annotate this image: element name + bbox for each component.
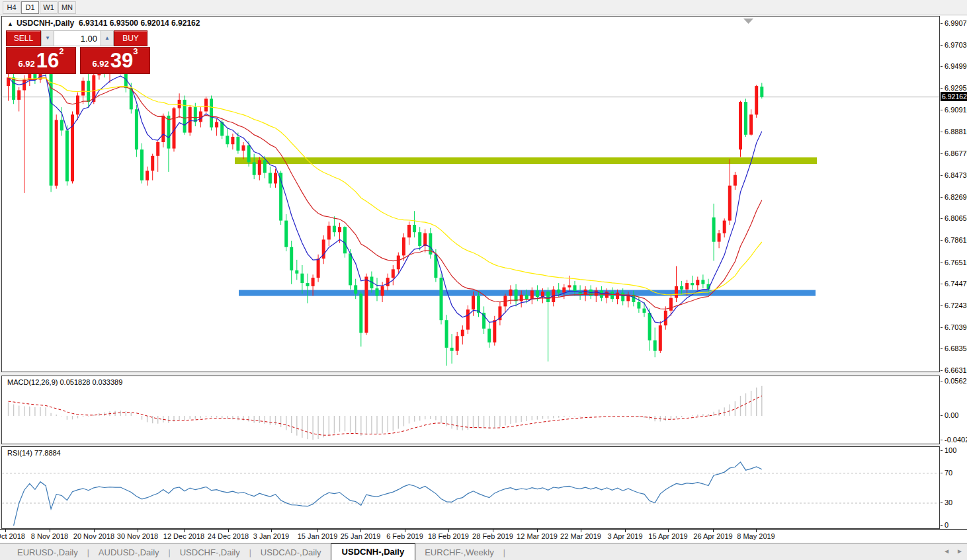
candles <box>7 54 763 366</box>
price-axis-label: 6.66310 <box>945 366 967 374</box>
tab-scroll-left-icon[interactable]: ◄ <box>943 547 950 555</box>
one-click-trade-panel: SELL ▼ ▲ BUY 6.92162 6.92393 <box>6 30 151 74</box>
volume-decrease-button[interactable]: ▼ <box>41 30 54 46</box>
price-axis-label: 6.80650 <box>945 214 967 222</box>
macd-axis-label: -0.040218 <box>945 436 967 444</box>
macd-axis-tick <box>941 381 943 381</box>
rsi-indicator-panel[interactable]: RSI(14) 77.8884 <box>1 446 940 529</box>
price-axis-label: 6.72430 <box>945 301 967 309</box>
price-axis[interactable]: 6.990706.970306.949906.929506.909106.888… <box>941 16 967 529</box>
buy-price-big: 39 <box>110 51 133 71</box>
price-axis-label: 6.90910 <box>945 106 967 114</box>
timeframe-button-h4[interactable]: H4 <box>3 1 21 14</box>
price-axis-tick <box>941 240 943 241</box>
rsi-axis-tick <box>941 502 943 503</box>
price-axis-label: 6.94990 <box>945 62 967 70</box>
macd-values: 0.051828 0.033389 <box>60 378 122 386</box>
price-axis-tick <box>941 197 943 198</box>
buy-price-superscript: 3 <box>133 40 138 63</box>
price-axis-label: 6.74470 <box>945 280 967 288</box>
time-axis-label: 8 May 2019 <box>730 532 782 540</box>
rsi-axis-tick <box>941 450 943 451</box>
timeframe-button-d1[interactable]: D1 <box>21 1 39 14</box>
price-axis-tick <box>941 262 943 263</box>
sell-price-superscript: 2 <box>59 40 63 63</box>
price-axis-label: 6.68350 <box>945 344 967 352</box>
price-axis-label: 6.82690 <box>945 193 967 201</box>
price-axis-tick <box>941 88 943 89</box>
moving-average-medium <box>9 77 762 309</box>
rsi-axis-label: 100 <box>945 446 956 454</box>
moving-average-fast <box>9 75 762 323</box>
chart-title: ▲USDCNH-,Daily 6.93141 6.93500 6.92014 6… <box>7 19 200 28</box>
macd-signal-line <box>9 396 762 435</box>
macd-histogram <box>9 386 762 440</box>
chart-tab-audusd[interactable]: AUDUSD-,Daily <box>89 545 169 560</box>
price-axis-label: 6.84730 <box>945 171 967 179</box>
price-axis-label: 6.78610 <box>945 236 967 244</box>
rsi-axis-label: 30 <box>945 499 952 506</box>
price-axis-label: 6.99070 <box>945 19 967 27</box>
current-price-tag: 6.92162 <box>941 92 967 101</box>
tab-scroll-right-icon[interactable]: ► <box>956 547 963 555</box>
price-axis-label: 6.70390 <box>945 323 967 331</box>
price-axis-tick <box>941 348 943 349</box>
sell-button[interactable]: SELL <box>6 30 41 46</box>
chart-tab-eurchf[interactable]: EURCHF-,Weekly <box>415 545 503 560</box>
price-axis-label: 6.76510 <box>945 259 967 266</box>
chart-tab-usdchf[interactable]: USDCHF-,Daily <box>171 545 249 560</box>
autoscroll-marker-icon[interactable] <box>743 19 753 24</box>
rsi-value: 77.8884 <box>34 449 61 457</box>
buy-price-quote[interactable]: 6.92393 <box>80 47 150 74</box>
chart-tab-usdcnh[interactable]: USDCNH-,Daily <box>331 543 416 560</box>
main-chart-panel[interactable]: ▲USDCNH-,Daily 6.93141 6.93500 6.92014 6… <box>1 16 940 372</box>
sell-price-big: 16 <box>36 51 59 71</box>
rsi-chart[interactable] <box>2 447 939 528</box>
chart-tab-bar: EURUSD-,Daily|AUDUSD-,Daily|USDCHF-,Dail… <box>0 543 967 560</box>
macd-axis-tick <box>941 440 943 440</box>
time-axis-label: 3 Jan 2019 <box>245 532 298 540</box>
moving-average-slow <box>9 77 762 295</box>
price-axis-tick <box>941 175 943 176</box>
price-axis-tick <box>941 284 943 284</box>
price-axis-label: 6.97030 <box>945 41 967 49</box>
price-axis-label: 6.86770 <box>945 149 967 157</box>
chart-tab-usdcad[interactable]: USDCAD-,Daily <box>251 545 331 560</box>
price-axis-tick <box>941 23 943 24</box>
sell-price-quote[interactable]: 6.92162 <box>6 47 76 74</box>
rsi-axis-tick <box>941 473 943 473</box>
application-window: H4D1W1MN ▲USDCNH-,Daily 6.93141 6.93500 … <box>0 0 967 560</box>
price-axis-tick <box>941 45 943 46</box>
price-axis-tick <box>941 153 943 154</box>
timeframe-toolbar: H4D1W1MN <box>0 0 967 15</box>
price-axis-label: 6.88810 <box>945 128 967 136</box>
timeframe-button-w1[interactable]: W1 <box>40 1 58 14</box>
time-axis-label: 30 Nov 2018 <box>111 532 164 540</box>
price-axis-tick <box>941 327 943 328</box>
rsi-axis-label: 70 <box>945 469 952 477</box>
chart-tab-eurusd[interactable]: EURUSD-,Daily <box>8 545 87 560</box>
macd-chart[interactable] <box>2 376 939 444</box>
buy-button[interactable]: BUY <box>114 30 147 46</box>
rsi-axis-label: 0 <box>945 521 948 529</box>
price-axis-tick <box>941 218 943 219</box>
price-axis-tick <box>941 132 943 132</box>
rsi-axis-tick <box>941 525 943 526</box>
price-axis-tick <box>941 305 943 306</box>
price-axis-tick <box>941 66 943 67</box>
collapse-triangle-icon[interactable]: ▲ <box>7 20 13 27</box>
macd-axis-label: 0.00 <box>945 411 958 419</box>
price-axis-label: 6.92950 <box>945 84 967 92</box>
chart-symbol-period: USDCNH-,Daily <box>17 19 74 28</box>
time-axis[interactable]: 29 Oct 20188 Nov 201820 Nov 201830 Nov 2… <box>0 529 967 543</box>
tab-separator: | <box>503 545 505 560</box>
macd-indicator-panel[interactable]: MACD(12,26,9) 0.051828 0.033389 <box>1 376 940 444</box>
macd-axis-tick <box>941 415 943 416</box>
rsi-line <box>14 462 762 526</box>
sell-price-prefix: 6.92 <box>18 58 34 71</box>
macd-label: MACD(12,26,9) 0.051828 0.033389 <box>7 378 122 386</box>
volume-increase-button[interactable]: ▲ <box>101 30 114 46</box>
timeframe-button-mn[interactable]: MN <box>58 1 76 14</box>
price-axis-tick <box>941 110 943 110</box>
chart-ohlc-values: 6.93141 6.93500 6.92014 6.92162 <box>79 19 200 28</box>
